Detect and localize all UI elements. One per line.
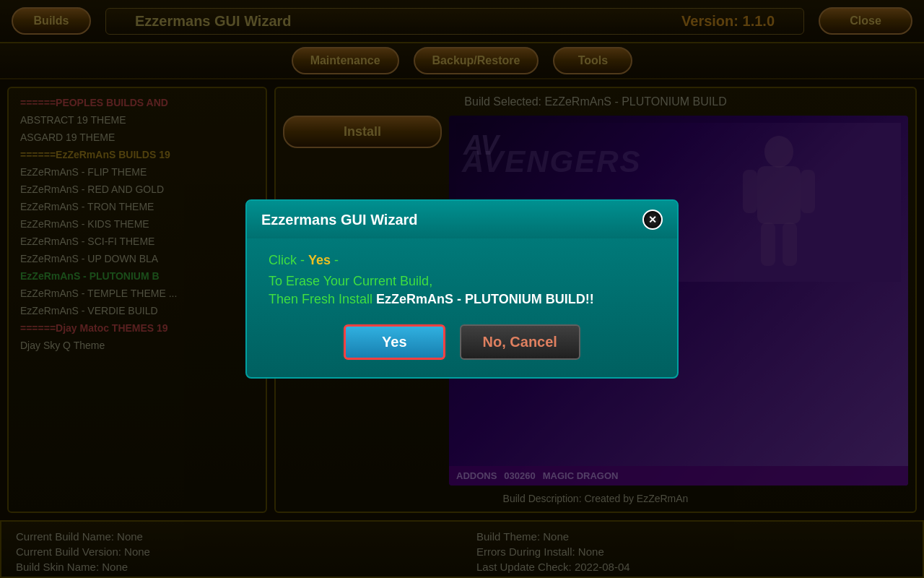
yes-button[interactable]: Yes bbox=[344, 324, 445, 360]
dialog-line2: To Erase Your Current Build, bbox=[269, 274, 655, 289]
dialog-dash-suffix: - bbox=[331, 253, 339, 267]
dialog-line3: Then Fresh Install EzZeRmAnS - PLUTONIUM… bbox=[269, 292, 655, 307]
dialog-title: Ezzermans GUI Wizard bbox=[261, 212, 418, 228]
dialog-click-text: Click - bbox=[269, 253, 308, 267]
dialog-yes-highlight: Yes bbox=[308, 253, 331, 267]
dialog-line3-prefix: Then Fresh Install bbox=[269, 292, 376, 306]
dialog-body: Click - Yes - To Erase Your Current Buil… bbox=[247, 238, 677, 377]
dialog-overlay: Ezzermans GUI Wizard ✕ Click - Yes - To … bbox=[0, 0, 924, 578]
dialog-line1: Click - Yes - bbox=[269, 253, 655, 268]
confirmation-dialog: Ezzermans GUI Wizard ✕ Click - Yes - To … bbox=[245, 199, 679, 379]
cancel-button[interactable]: No, Cancel bbox=[460, 324, 580, 360]
dialog-buttons: Yes No, Cancel bbox=[269, 324, 655, 360]
dialog-header: Ezzermans GUI Wizard ✕ bbox=[247, 201, 677, 238]
dialog-build-name: EzZeRmAnS - PLUTONIUM BUILD!! bbox=[376, 292, 594, 306]
dialog-close-icon[interactable]: ✕ bbox=[642, 210, 663, 230]
